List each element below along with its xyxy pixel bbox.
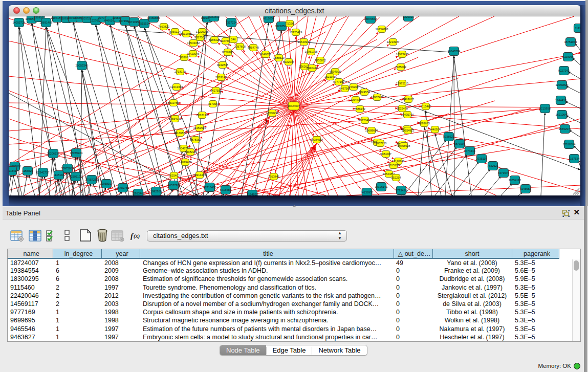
- svg-text:8756985: 8756985: [222, 51, 233, 54]
- svg-text:2367608: 2367608: [234, 45, 246, 48]
- svg-text:16640910: 16640910: [298, 40, 311, 43]
- svg-text:19654933: 19654933: [169, 117, 182, 120]
- svg-text:16154808: 16154808: [376, 28, 388, 31]
- svg-text:9245652: 9245652: [520, 187, 531, 190]
- svg-text:746266: 746266: [349, 85, 359, 89]
- svg-text:19654923: 19654923: [402, 129, 415, 132]
- svg-text:3624554: 3624554: [359, 91, 370, 94]
- svg-text:14460856: 14460856: [147, 16, 160, 19]
- svg-text:26870842: 26870842: [364, 17, 377, 20]
- svg-text:6994028: 6994028: [330, 70, 341, 73]
- svg-text:391541: 391541: [9, 169, 16, 172]
- svg-text:8215958: 8215958: [539, 107, 551, 110]
- svg-text:7625402: 7625402: [168, 174, 180, 177]
- svg-text:8878352: 8878352: [190, 138, 201, 141]
- svg-text:14099489: 14099489: [179, 161, 192, 164]
- svg-text:1953845: 1953845: [268, 175, 279, 178]
- svg-text:16210643: 16210643: [556, 113, 569, 116]
- svg-text:546: 546: [231, 38, 235, 41]
- svg-text:1733426: 1733426: [396, 189, 407, 192]
- svg-text:14914479: 14914479: [193, 173, 206, 177]
- svg-text:13226058: 13226058: [196, 30, 209, 33]
- svg-text:15751074: 15751074: [564, 40, 577, 43]
- svg-text:8454749: 8454749: [248, 46, 259, 49]
- svg-text:10807480: 10807480: [371, 96, 384, 99]
- svg-text:2935114: 2935114: [476, 157, 487, 160]
- svg-text:1244418: 1244418: [555, 99, 567, 102]
- svg-text:8267130: 8267130: [197, 114, 208, 117]
- svg-text:19384554: 19384554: [311, 138, 323, 141]
- svg-text:8471676: 8471676: [498, 171, 509, 174]
- svg-text:14136141: 14136141: [375, 185, 388, 188]
- svg-text:9115460: 9115460: [420, 105, 431, 108]
- svg-text:1992369: 1992369: [150, 190, 162, 193]
- svg-text:5716485: 5716485: [220, 188, 231, 191]
- svg-text:7357224: 7357224: [226, 21, 237, 24]
- svg-text:9327503: 9327503: [194, 36, 206, 39]
- svg-text:1621072: 1621072: [324, 75, 336, 78]
- svg-text:20691406: 20691406: [40, 21, 53, 24]
- svg-text:8322037: 8322037: [283, 60, 294, 63]
- svg-text:8427552: 8427552: [210, 89, 222, 92]
- svg-text:9463627: 9463627: [403, 98, 414, 101]
- svg-text:2803144: 2803144: [215, 76, 227, 79]
- svg-text:8186328: 8186328: [209, 38, 220, 41]
- svg-text:30975867: 30975867: [61, 167, 74, 170]
- svg-text:252254: 252254: [391, 176, 401, 179]
- svg-text:18807250: 18807250: [374, 142, 387, 145]
- svg-text:10688609: 10688609: [365, 129, 378, 132]
- svg-text:1610755: 1610755: [168, 101, 179, 104]
- svg-text:18724007: 18724007: [288, 104, 300, 107]
- svg-text:10958107: 10958107: [100, 182, 113, 185]
- svg-text:13716485: 13716485: [204, 186, 216, 189]
- svg-text:17016504: 17016504: [563, 143, 576, 146]
- svg-text:1440954: 1440954: [429, 128, 441, 131]
- svg-text:7485063: 7485063: [395, 65, 406, 69]
- svg-text:2718170: 2718170: [175, 70, 186, 73]
- svg-text:17957255: 17957255: [85, 178, 98, 181]
- svg-text:10654112: 10654112: [509, 179, 521, 182]
- svg-text:11353594: 11353594: [193, 126, 206, 129]
- svg-text:12213303: 12213303: [170, 85, 183, 89]
- svg-text:6879197: 6879197: [454, 142, 465, 145]
- svg-text:12942757: 12942757: [37, 171, 50, 174]
- svg-text:1145194: 1145194: [53, 173, 64, 177]
- svg-text:13495764: 13495764: [401, 113, 414, 116]
- svg-text:19166822: 19166822: [174, 132, 187, 135]
- svg-text:3220921: 3220921: [403, 16, 414, 18]
- svg-text:26206536: 26206536: [47, 152, 60, 155]
- svg-text:1815112: 1815112: [388, 164, 399, 167]
- svg-text:8938923: 8938923: [443, 135, 454, 138]
- svg-text:9699695: 9699695: [419, 122, 430, 125]
- svg-text:8912954: 8912954: [181, 32, 192, 35]
- svg-text:9242848: 9242848: [217, 63, 228, 67]
- svg-text:12923466: 12923466: [132, 192, 145, 195]
- svg-text:12505135: 12505135: [70, 175, 82, 178]
- svg-text:98901: 98901: [180, 56, 188, 59]
- svg-text:12975115: 12975115: [396, 82, 408, 85]
- svg-text:5498222: 5498222: [185, 150, 196, 154]
- svg-text:9146821: 9146821: [260, 53, 271, 56]
- svg-text:9084067: 9084067: [380, 152, 391, 156]
- svg-text:22420046: 22420046: [187, 52, 200, 55]
- svg-text:7164855: 7164855: [247, 193, 258, 195]
- svg-text:10961758: 10961758: [305, 50, 318, 53]
- svg-text:1156829: 1156829: [22, 169, 33, 172]
- svg-text:9227342: 9227342: [558, 69, 570, 72]
- svg-text:10973493: 10973493: [396, 53, 409, 56]
- svg-text:8960124: 8960124: [169, 30, 181, 33]
- svg-text:14055724: 14055724: [13, 21, 26, 24]
- svg-text:9777169: 9777169: [333, 80, 344, 83]
- svg-text:15692971: 15692971: [559, 127, 572, 130]
- svg-text:317006: 317006: [208, 102, 218, 105]
- svg-text:8813054: 8813054: [263, 17, 274, 20]
- svg-text:75326: 75326: [286, 22, 294, 25]
- svg-text:9657791: 9657791: [168, 184, 179, 187]
- svg-text:17359924: 17359924: [70, 151, 83, 155]
- svg-text:13325419: 13325419: [290, 31, 302, 34]
- svg-text:9983893: 9983893: [208, 16, 220, 18]
- svg-text:1167534: 1167534: [569, 157, 579, 160]
- svg-text:16648784: 16648784: [448, 50, 461, 53]
- svg-text:11123: 11123: [575, 27, 580, 30]
- svg-text:7663822: 7663822: [158, 25, 169, 28]
